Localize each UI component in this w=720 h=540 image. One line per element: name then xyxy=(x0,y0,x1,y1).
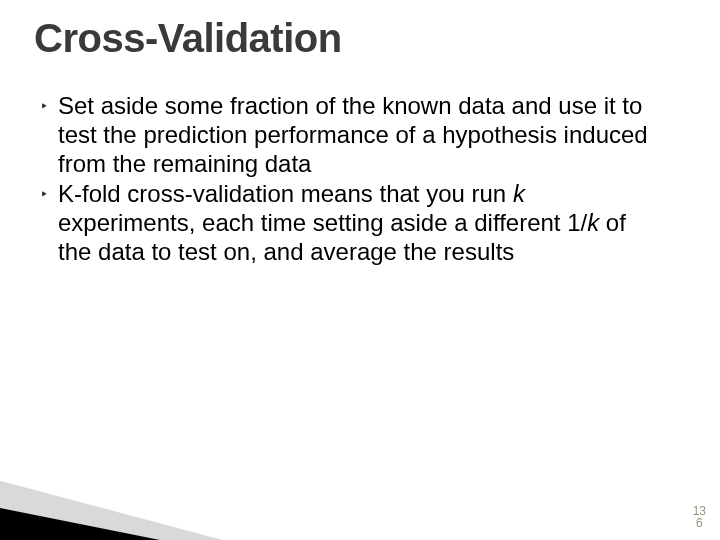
page-number: 13 6 xyxy=(693,505,706,530)
bullet-text: K-fold cross-validation means that you r… xyxy=(58,180,660,266)
bullet-item: ‣ Set aside some fraction of the known d… xyxy=(40,92,660,178)
svg-marker-1 xyxy=(0,470,430,540)
bullet-text: Set aside some fraction of the known dat… xyxy=(58,92,660,178)
bullet-item: ‣ K-fold cross-validation means that you… xyxy=(40,180,660,266)
bullet-text-fragment: K-fold cross-validation means that you r… xyxy=(58,180,513,207)
page-number-bottom: 6 xyxy=(693,517,706,530)
svg-marker-2 xyxy=(0,440,470,540)
slide-title: Cross-Validation xyxy=(34,16,342,61)
slide-body: ‣ Set aside some fraction of the known d… xyxy=(40,92,660,269)
variable-k: k xyxy=(513,180,525,207)
svg-marker-0 xyxy=(0,490,390,540)
decorative-wedge xyxy=(0,430,480,540)
bullet-text-fragment: experiments, each time setting aside a d… xyxy=(58,209,587,236)
bullet-marker-icon: ‣ xyxy=(40,92,58,120)
bullet-marker-icon: ‣ xyxy=(40,180,58,208)
variable-k: k xyxy=(587,209,599,236)
slide: Cross-Validation ‣ Set aside some fracti… xyxy=(0,0,720,540)
